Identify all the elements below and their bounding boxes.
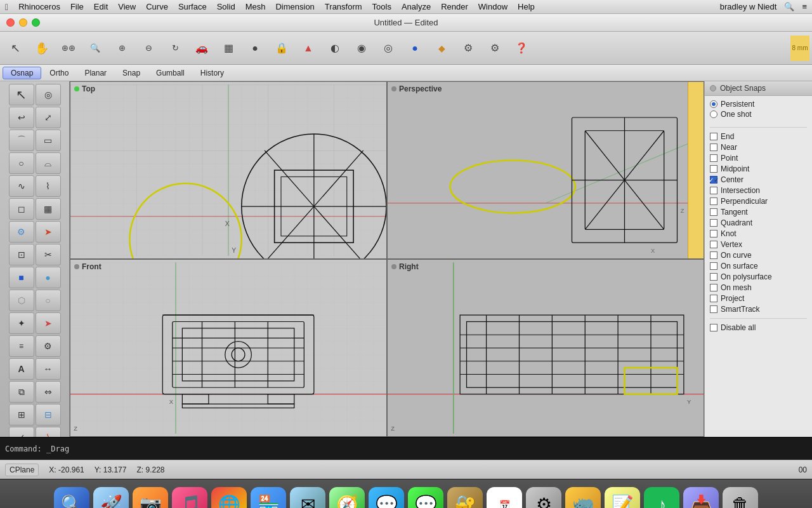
snap-vertex-checkbox[interactable]: [710, 241, 717, 248]
scale-tool[interactable]: ⤢: [36, 107, 61, 128]
dock-safari[interactable]: 🧭: [329, 487, 365, 509]
snap-tangent-checkbox[interactable]: [710, 208, 717, 216]
select-arrow-tool[interactable]: ↖: [9, 84, 34, 105]
car-tool[interactable]: 🚗: [189, 36, 214, 61]
snap-midpoint-checkbox[interactable]: [710, 165, 717, 173]
viewport-top[interactable]: Top Y: [70, 81, 387, 259]
dock-security[interactable]: 🔐: [447, 487, 483, 509]
snap-project[interactable]: Project: [710, 294, 807, 303]
menu-surface[interactable]: Surface: [178, 2, 207, 11]
point-tool[interactable]: ●: [242, 36, 268, 61]
boolean-tool[interactable]: ✦: [9, 312, 34, 334]
dock-downloads[interactable]: 📥: [683, 487, 719, 509]
snap-disableall[interactable]: Disable all: [710, 323, 807, 332]
layers-tool[interactable]: ≡: [9, 335, 34, 357]
trim-tool[interactable]: ✂: [36, 244, 61, 265]
select-tool[interactable]: ↖: [3, 36, 28, 61]
snap-center-checkbox[interactable]: ✓: [710, 176, 717, 184]
menu-tools[interactable]: Tools: [372, 2, 391, 11]
oneshot-radio-btn[interactable]: [710, 110, 717, 118]
gear2-tool[interactable]: ⚙: [482, 36, 508, 61]
menu-solid[interactable]: Solid: [217, 2, 235, 11]
history-button[interactable]: History: [193, 67, 232, 79]
persistent-radio[interactable]: Persistent: [710, 100, 807, 109]
dock-notes[interactable]: 📝: [605, 487, 640, 509]
menu-rhinoceros[interactable]: Rhinoceros: [18, 2, 60, 11]
dock-calendar[interactable]: 📅: [487, 487, 522, 509]
snap-knot[interactable]: Knot: [710, 229, 807, 238]
dim-tool[interactable]: ↔: [36, 358, 61, 380]
viewport-front[interactable]: Front Z X: [70, 259, 387, 437]
zoom-extents-tool[interactable]: ⊕⊕: [56, 36, 81, 61]
snap-quadrant-checkbox[interactable]: [710, 219, 717, 227]
snap-smarttrack-checkbox[interactable]: [710, 305, 717, 313]
circle-tool[interactable]: ○: [9, 152, 34, 174]
close-button[interactable]: [6, 18, 15, 27]
snap-end-checkbox[interactable]: [710, 133, 717, 140]
dock-chrome[interactable]: 🌐: [211, 487, 247, 509]
snap-project-checkbox[interactable]: [710, 295, 717, 302]
dock-preferences[interactable]: ⚙: [526, 487, 561, 509]
snap-quadrant[interactable]: Quadrant: [710, 218, 807, 227]
blue-sphere-tool[interactable]: ●: [402, 36, 428, 61]
list-icon[interactable]: ≡: [802, 2, 807, 11]
menu-analyze[interactable]: Analyze: [402, 2, 431, 11]
diamond-tool[interactable]: ◆: [429, 36, 454, 61]
menu-dimension[interactable]: Dimension: [275, 2, 314, 11]
sphere-tool[interactable]: ◎: [376, 36, 401, 61]
analysis-tool[interactable]: ◎: [36, 84, 61, 105]
cplane-selector[interactable]: CPlane: [5, 464, 39, 476]
zoom-window-tool[interactable]: 🔍: [82, 36, 108, 61]
search-icon[interactable]: 🔍: [784, 2, 794, 11]
snap-point[interactable]: Point: [710, 154, 807, 163]
arrow-tool[interactable]: ➤: [36, 221, 61, 243]
snap-intersection[interactable]: Intersection: [710, 186, 807, 195]
snap-perpendicular[interactable]: Perpendicular: [710, 197, 807, 206]
snap-perpendicular-checkbox[interactable]: [710, 197, 717, 205]
rect-tool[interactable]: ▭: [36, 130, 61, 151]
mesh2-tool[interactable]: ▦: [36, 198, 61, 220]
solid-tool[interactable]: ■: [9, 267, 34, 288]
zoom-out-tool[interactable]: ⊖: [136, 36, 161, 61]
grid-tool[interactable]: ▦: [216, 36, 241, 61]
color-tool[interactable]: ◐: [322, 36, 348, 61]
snap-midpoint[interactable]: Midpoint: [710, 164, 807, 173]
planar-button[interactable]: Planar: [77, 67, 114, 79]
snap-disableall-checkbox[interactable]: [710, 324, 717, 331]
snap-near-checkbox[interactable]: [710, 144, 717, 151]
dock-itunes[interactable]: 🎵: [172, 487, 207, 509]
viewport-perspective[interactable]: Perspective: [387, 81, 704, 259]
snap-intersection-checkbox[interactable]: [710, 187, 717, 194]
polyline-tool[interactable]: ⌇: [36, 175, 61, 197]
text-tool[interactable]: A: [9, 358, 34, 380]
freeform-tool[interactable]: ∿: [9, 175, 34, 197]
mirror-tool[interactable]: ⇔: [36, 381, 61, 403]
help-tool[interactable]: ❓: [509, 36, 534, 61]
viewport-right[interactable]: Right Z Y: [387, 259, 704, 437]
persistent-radio-btn[interactable]: [710, 100, 717, 108]
dock-launchpad[interactable]: 🚀: [93, 487, 129, 509]
snap-vertex[interactable]: Vertex: [710, 240, 807, 249]
oneshot-radio[interactable]: One shot: [710, 110, 807, 119]
minimize-button[interactable]: [19, 18, 27, 27]
extrude-tool[interactable]: ⊡: [9, 244, 34, 265]
snap-onsurface-checkbox[interactable]: [710, 262, 717, 270]
lock-tool[interactable]: 🔒: [269, 36, 294, 61]
dock-messages[interactable]: 💬: [408, 487, 443, 509]
dock-trash[interactable]: 🗑: [723, 487, 758, 509]
snap-center[interactable]: ✓ Center: [710, 175, 807, 184]
snap-smarttrack[interactable]: SmartTrack: [710, 305, 807, 314]
shield-tool[interactable]: ▲: [296, 36, 321, 61]
menu-render[interactable]: Render: [441, 2, 468, 11]
maximize-button[interactable]: [32, 18, 40, 27]
snap-onpolysurface[interactable]: On polysurface: [710, 272, 807, 281]
snap-tangent[interactable]: Tangent: [710, 208, 807, 217]
snap-near[interactable]: Near: [710, 143, 807, 152]
gumball-button[interactable]: Gumball: [148, 67, 192, 79]
copy-tool[interactable]: ⧉: [9, 381, 34, 403]
gear-tool[interactable]: ⚙: [455, 36, 481, 61]
dock-finder[interactable]: 🔍: [54, 487, 89, 509]
snap-end[interactable]: End: [710, 132, 807, 141]
snap-onmesh-checkbox[interactable]: [710, 284, 717, 291]
dock-appstore[interactable]: 🏪: [251, 487, 286, 509]
